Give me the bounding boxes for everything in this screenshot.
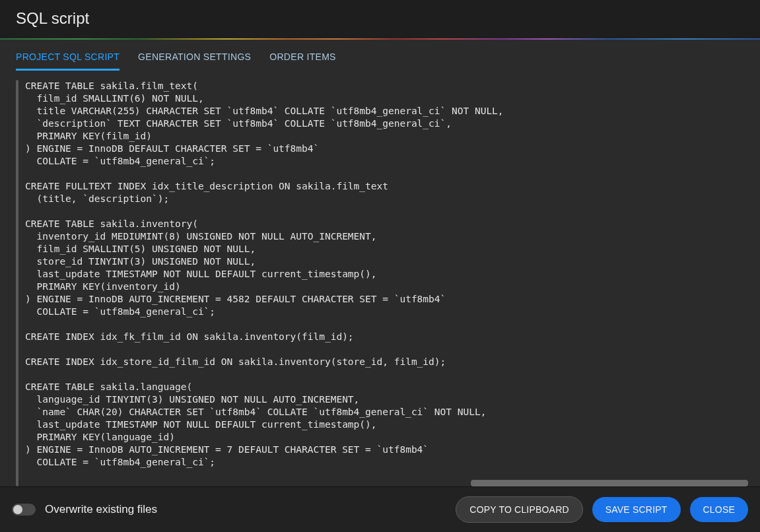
copy-to-clipboard-button[interactable]: COPY TO CLIPBOARD — [456, 496, 582, 523]
accent-stripe — [0, 38, 760, 40]
tab-order-items[interactable]: ORDER ITEMS — [269, 48, 336, 71]
overwrite-toggle-label: Overwrite existing files — [45, 503, 157, 516]
tab-project-sql-script[interactable]: PROJECT SQL SCRIPT — [16, 48, 120, 71]
content-area: CREATE TABLE sakila.film_text( film_id S… — [0, 71, 760, 486]
dialog-title: SQL script — [16, 9, 744, 28]
overwrite-toggle[interactable] — [12, 504, 36, 515]
code-gutter — [16, 80, 18, 486]
save-script-button[interactable]: SAVE SCRIPT — [592, 497, 681, 522]
horizontal-scrollbar[interactable] — [16, 480, 748, 486]
code-viewer: CREATE TABLE sakila.film_text( film_id S… — [16, 80, 753, 486]
horizontal-scrollbar-thumb[interactable] — [471, 480, 748, 486]
sql-script-text[interactable]: CREATE TABLE sakila.film_text( film_id S… — [25, 80, 753, 486]
title-bar: SQL script — [0, 0, 760, 38]
close-button[interactable]: CLOSE — [690, 497, 748, 522]
footer-bar: Overwrite existing files COPY TO CLIPBOA… — [0, 486, 760, 532]
tab-bar: PROJECT SQL SCRIPT GENERATION SETTINGS O… — [0, 40, 760, 71]
tab-generation-settings[interactable]: GENERATION SETTINGS — [138, 48, 251, 71]
toggle-knob — [13, 505, 22, 514]
